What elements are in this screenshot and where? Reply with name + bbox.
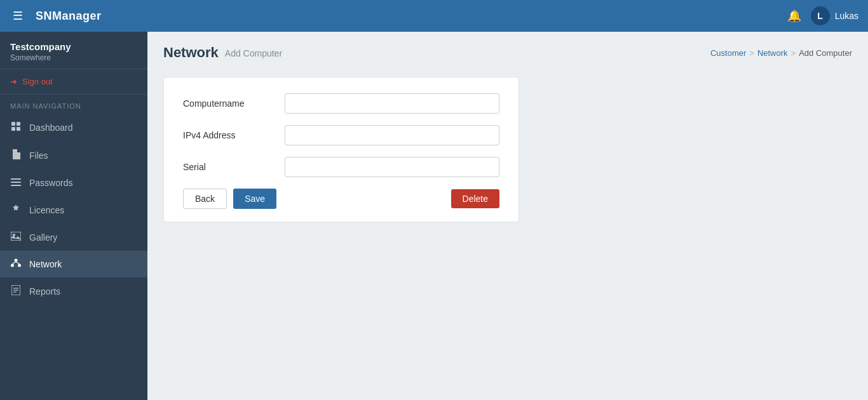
- sidebar: Testcompany Somewhere ➜ Sign out MAIN NA…: [0, 32, 147, 400]
- signout-section: ➜ Sign out: [0, 69, 147, 95]
- files-icon: [10, 149, 22, 162]
- svg-rect-0: [11, 122, 15, 126]
- breadcrumb-customer[interactable]: Customer: [710, 48, 746, 58]
- content-area: Network Add Computer Customer > Network …: [147, 32, 868, 400]
- network-icon: [10, 258, 22, 270]
- add-computer-form: Computername IPv4 Address Serial Back Sa…: [163, 77, 519, 222]
- sidebar-item-licences[interactable]: Licences: [0, 196, 147, 224]
- sidebar-item-label: Files: [29, 150, 48, 161]
- sidebar-item-label: Network: [29, 259, 62, 269]
- svg-point-10: [11, 264, 14, 267]
- sidebar-item-label: Gallery: [29, 232, 57, 243]
- sidebar-item-gallery[interactable]: Gallery: [0, 224, 147, 251]
- sidebar-item-passwords[interactable]: Passwords: [0, 170, 147, 196]
- signout-icon: ➜: [10, 77, 17, 86]
- sidebar-item-label: Reports: [29, 286, 60, 297]
- delete-button[interactable]: Delete: [451, 189, 499, 208]
- save-button[interactable]: Save: [233, 189, 276, 209]
- dashboard-icon: [10, 121, 22, 134]
- svg-rect-2: [11, 127, 15, 131]
- svg-rect-4: [11, 178, 21, 180]
- licences-icon: [10, 204, 22, 217]
- computername-input[interactable]: [285, 93, 499, 114]
- breadcrumb: Customer > Network > Add Computer: [710, 48, 852, 58]
- breadcrumb-sep-2: >: [791, 48, 796, 58]
- svg-line-12: [13, 262, 17, 264]
- menu-toggle-button[interactable]: ☰: [10, 6, 26, 26]
- svg-point-11: [18, 264, 21, 267]
- form-row-serial: Serial: [183, 157, 499, 177]
- sidebar-item-label: Dashboard: [29, 123, 73, 133]
- breadcrumb-network[interactable]: Network: [757, 48, 788, 58]
- title-area: Network Add Computer: [163, 44, 282, 61]
- main-layout: Testcompany Somewhere ➜ Sign out MAIN NA…: [0, 32, 868, 400]
- sidebar-item-reports[interactable]: Reports: [0, 277, 147, 305]
- navbar-left: ☰ SNManager: [10, 6, 102, 26]
- svg-rect-5: [11, 182, 21, 183]
- svg-rect-3: [17, 127, 20, 131]
- bell-icon[interactable]: 🔔: [787, 9, 801, 23]
- serial-label: Serial: [183, 162, 285, 172]
- avatar: L: [811, 6, 830, 25]
- back-button[interactable]: Back: [183, 189, 227, 209]
- sidebar-item-dashboard[interactable]: Dashboard: [0, 114, 147, 142]
- signout-link[interactable]: ➜ Sign out: [10, 77, 137, 86]
- sidebar-company: Testcompany Somewhere: [0, 32, 147, 69]
- svg-point-8: [13, 234, 15, 236]
- computername-label: Computername: [183, 98, 285, 109]
- sidebar-item-network[interactable]: Network: [0, 251, 147, 277]
- sidebar-item-label: Passwords: [29, 178, 72, 188]
- breadcrumb-current: Add Computer: [799, 48, 852, 58]
- passwords-icon: [10, 177, 22, 189]
- sidebar-item-files[interactable]: Files: [0, 142, 147, 170]
- user-menu[interactable]: L Lukas: [811, 6, 858, 25]
- content-header: Network Add Computer Customer > Network …: [147, 32, 868, 67]
- nav-section-label: MAIN NAVIGATION: [0, 95, 147, 114]
- breadcrumb-sep-1: >: [749, 48, 754, 58]
- company-sub: Somewhere: [10, 53, 137, 62]
- serial-input[interactable]: [285, 157, 499, 177]
- sidebar-item-label: Licences: [29, 205, 64, 215]
- reports-icon: [10, 285, 22, 298]
- page-title: Network: [163, 44, 219, 61]
- navbar-right: 🔔 L Lukas: [787, 6, 858, 25]
- form-row-ipv4: IPv4 Address: [183, 125, 499, 145]
- page-subtitle: Add Computer: [225, 48, 282, 58]
- company-name: Testcompany: [10, 41, 137, 52]
- ipv4-input[interactable]: [285, 125, 499, 145]
- app-brand: SNManager: [36, 10, 102, 23]
- ipv4-label: IPv4 Address: [183, 130, 285, 140]
- svg-point-9: [15, 259, 18, 262]
- navbar: ☰ SNManager 🔔 L Lukas: [0, 0, 868, 32]
- form-row-computername: Computername: [183, 93, 499, 114]
- signout-label: Sign out: [22, 77, 53, 86]
- svg-rect-1: [17, 122, 20, 126]
- svg-rect-6: [11, 185, 21, 186]
- form-actions-left: Back Save: [183, 189, 276, 209]
- user-name-label: Lukas: [835, 11, 858, 21]
- svg-line-13: [16, 262, 20, 264]
- svg-rect-7: [11, 232, 21, 241]
- form-actions: Back Save Delete: [183, 189, 499, 209]
- gallery-icon: [10, 232, 22, 243]
